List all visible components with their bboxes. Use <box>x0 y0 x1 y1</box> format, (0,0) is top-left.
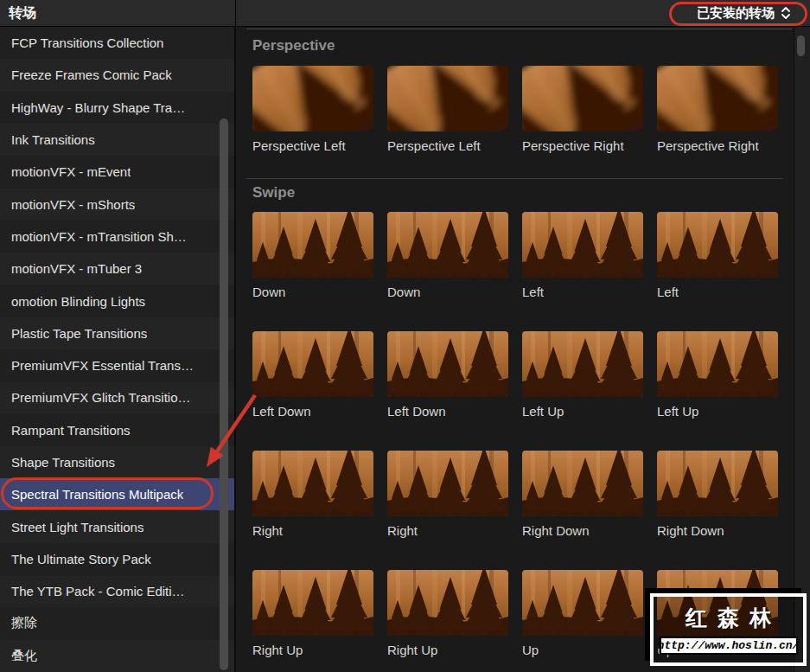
sidebar-item-label: Plastic Tape Transitions <box>11 326 147 341</box>
transition-item[interactable]: Right Down <box>657 451 778 539</box>
transition-thumbnail <box>387 66 508 131</box>
section-divider <box>246 178 783 179</box>
transition-thumbnail <box>657 331 778 397</box>
transition-item[interactable]: Perspective Right <box>522 66 643 154</box>
transition-thumbnail <box>387 451 508 516</box>
sidebar-item[interactable]: 擦除 <box>0 607 234 639</box>
transition-item[interactable]: Right Up <box>252 570 373 658</box>
transition-label: Left Down <box>387 404 508 419</box>
sidebar-item[interactable]: 叠化 <box>0 640 234 672</box>
transition-label: Down <box>252 285 373 300</box>
transition-thumbnail <box>522 66 643 131</box>
transition-thumbnail <box>657 212 778 278</box>
transitions-browser: PerspectivePerspective LeftPerspective L… <box>238 27 794 672</box>
sidebar-item[interactable]: motionVFX - mTuber 3 <box>0 253 234 285</box>
sidebar-item[interactable]: FCP Transitions Collection <box>0 27 234 59</box>
transition-item[interactable]: Perspective Left <box>252 66 373 154</box>
transition-grid: Perspective LeftPerspective LeftPerspect… <box>252 66 794 154</box>
annotation-arrow-icon <box>195 387 264 478</box>
transition-label: Up <box>522 643 643 658</box>
sidebar-item-label: motionVFX - mTuber 3 <box>11 261 142 276</box>
transition-item[interactable]: Right Up <box>387 570 508 658</box>
sidebar-item-label: Ink Transitions <box>11 132 95 147</box>
sidebar-item-label: motionVFX - mShorts <box>11 197 135 212</box>
content-top-divider <box>246 29 792 29</box>
transition-item[interactable]: Left Down <box>387 331 508 419</box>
transition-label: Right Up <box>387 643 508 658</box>
transition-grid: DownDownLeftLeftLeft DownLeft DownLeft U… <box>252 212 794 658</box>
sidebar-item[interactable]: The YTB Pack - Comic Editi… <box>0 575 234 607</box>
main-scrollbar-thumb[interactable] <box>797 35 805 56</box>
sidebar-item[interactable]: The Ultimate Story Pack <box>0 543 234 575</box>
transition-thumbnail <box>522 570 643 636</box>
transition-thumbnail <box>522 212 643 278</box>
sidebar-item-label: Rampant Transitions <box>11 423 131 438</box>
transition-label: Right <box>252 523 373 539</box>
section-title: Perspective <box>252 37 794 54</box>
transition-item[interactable]: Left <box>657 212 778 300</box>
watermark: 红森林 http://www.hoslin.cn/ <box>650 593 807 666</box>
transition-item[interactable]: Left Down <box>252 331 373 419</box>
transition-label: Right Up <box>252 643 373 658</box>
transition-label: Left <box>657 285 778 300</box>
transition-thumbnail <box>252 451 373 516</box>
transition-item[interactable]: Left Up <box>522 331 643 419</box>
transition-label: Perspective Left <box>252 138 373 154</box>
sidebar-item[interactable]: Freeze Frames Comic Pack <box>0 59 234 91</box>
sidebar-item[interactable]: Ink Transitions <box>0 124 234 156</box>
sidebar-item-label: FCP Transitions Collection <box>11 35 163 50</box>
sidebar-item-label: Shape Transitions <box>11 455 115 470</box>
panel-title: 转场 <box>0 4 36 22</box>
transition-thumbnail <box>657 451 778 516</box>
sidebar-item[interactable]: motionVFX - mTransition Sh… <box>0 221 234 253</box>
sidebar-item[interactable]: Street Light Transitions <box>0 510 234 542</box>
transition-label: Right Down <box>522 523 643 539</box>
sidebar-item[interactable]: omotion Blinding Lights <box>0 285 234 317</box>
transition-item[interactable]: Right Down <box>522 451 643 539</box>
sidebar-item-label: PremiumVFX Glitch Transitio… <box>11 390 191 405</box>
transition-thumbnail <box>252 331 373 397</box>
sidebar-item[interactable]: motionVFX - mShorts <box>0 188 234 220</box>
transition-label: Right <box>387 523 508 539</box>
transition-label: Perspective Right <box>522 138 643 154</box>
watermark-url: http://www.hoslin.cn/ <box>660 637 798 655</box>
transition-item[interactable]: Down <box>387 212 508 300</box>
transition-thumbnail <box>522 331 643 397</box>
sidebar-header: 转场 <box>0 0 236 26</box>
transition-item[interactable]: Left <box>522 212 643 300</box>
sidebar-item[interactable]: PremiumVFX Essential Trans… <box>0 349 234 381</box>
transition-item[interactable]: Right <box>252 451 373 539</box>
transition-item[interactable]: Left Up <box>657 331 778 419</box>
transition-label: Right Down <box>657 523 778 539</box>
sidebar-item-label: 叠化 <box>11 648 37 664</box>
sidebar-item[interactable]: motionVFX - mEvent <box>0 156 234 188</box>
sidebar-item-label: PremiumVFX Essential Trans… <box>11 358 194 373</box>
annotation-oval-dropdown <box>669 2 807 26</box>
transition-thumbnail <box>657 66 778 131</box>
transition-packs-sidebar: FCP Transitions CollectionFreeze Frames … <box>0 27 236 672</box>
watermark-title: 红森林 <box>675 604 781 632</box>
transition-label: Left Down <box>252 404 373 419</box>
main-scrollbar-track[interactable] <box>794 27 810 672</box>
transition-label: Perspective Right <box>657 138 778 154</box>
transition-item[interactable]: Perspective Left <box>387 66 508 154</box>
transition-item[interactable]: Up <box>522 570 643 658</box>
sidebar-item-label: 擦除 <box>11 615 37 631</box>
transition-thumbnail <box>387 212 508 278</box>
transition-item[interactable]: Right <box>387 451 508 539</box>
transition-item[interactable]: Perspective Right <box>657 66 778 154</box>
transition-label: Perspective Left <box>387 138 508 154</box>
sidebar-item[interactable]: HighWay - Blurry Shape Tra… <box>0 92 234 124</box>
sidebar-item-label: omotion Blinding Lights <box>11 294 145 309</box>
transition-label: Left <box>522 285 643 300</box>
sidebar-item-label: Street Light Transitions <box>11 520 144 534</box>
sidebar-item-label: Freeze Frames Comic Pack <box>11 67 172 82</box>
sidebar-item-label: motionVFX - mEvent <box>11 164 131 179</box>
transition-thumbnail <box>522 451 643 516</box>
sections: PerspectivePerspective LeftPerspective L… <box>238 37 794 658</box>
sidebar-item-label: motionVFX - mTransition Sh… <box>11 229 187 244</box>
sidebar-item[interactable]: Plastic Tape Transitions <box>0 317 234 349</box>
sidebar-item-label: HighWay - Blurry Shape Tra… <box>11 100 185 115</box>
transition-item[interactable]: Down <box>252 212 373 300</box>
sidebar-list: FCP Transitions CollectionFreeze Frames … <box>0 27 234 672</box>
